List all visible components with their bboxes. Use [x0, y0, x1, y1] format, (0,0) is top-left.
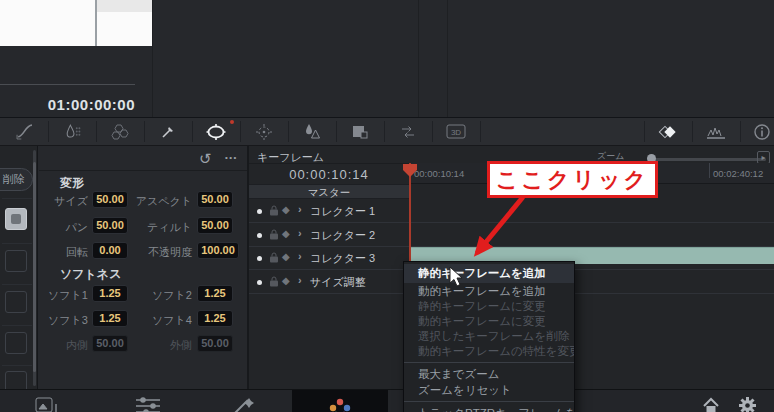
- lock-icon[interactable]: [269, 252, 279, 263]
- panel-divider: [447, 0, 448, 117]
- menu-item-add-track-ptzr-keyframe[interactable]: トラックPTZRキーフレームを追加: [404, 405, 574, 412]
- master-track-bar[interactable]: マスター: [249, 184, 409, 199]
- expand-chevron-icon[interactable]: ›: [298, 250, 302, 262]
- keyframe-diamond-icon[interactable]: ◆: [282, 275, 290, 286]
- field-value[interactable]: 0.00: [92, 242, 128, 259]
- reset-icon[interactable]: ↺: [199, 150, 212, 168]
- keyframe-diamond-icon[interactable]: ◆: [282, 228, 290, 239]
- menu-item-change-to-static: 静的キーフレームに変更: [404, 299, 574, 314]
- media-page-icon[interactable]: [34, 396, 60, 412]
- field-label: サイズ: [40, 194, 88, 209]
- menu-item-maximum-zoom[interactable]: 最大までズーム: [404, 366, 574, 382]
- stereo-3d-icon[interactable]: 3D: [432, 118, 480, 145]
- field-label: パン: [40, 220, 88, 235]
- field-value[interactable]: 1.25: [92, 285, 128, 302]
- sizing-cycle-icon[interactable]: [384, 118, 432, 145]
- track-enable-dot[interactable]: [257, 256, 262, 261]
- key-icon[interactable]: [336, 118, 384, 145]
- info-icon[interactable]: [740, 118, 774, 145]
- keyframes-diamond-icon[interactable]: [644, 118, 692, 145]
- ruler-playhead-timecode: 00:00:10:14: [414, 168, 464, 179]
- window-shape-thumbnail[interactable]: [5, 250, 27, 272]
- ruler-right-timecode: 00:02:40:12: [713, 168, 763, 179]
- blur-hexagons-icon[interactable]: [96, 118, 144, 145]
- keyframe-diamond-icon[interactable]: ◆: [282, 251, 290, 262]
- expand-chevron-icon[interactable]: ›: [298, 227, 302, 239]
- track-row-sizing[interactable]: ◆ › サイズ調整: [249, 271, 409, 294]
- zoom-slider[interactable]: [648, 158, 766, 161]
- playhead-marker[interactable]: [402, 163, 418, 178]
- lock-icon[interactable]: [269, 276, 279, 287]
- menu-item-reset-zoom[interactable]: ズームをリセット: [404, 382, 574, 398]
- softness-section-title: ソフトネス: [60, 266, 121, 283]
- track-row-corrector3[interactable]: ◆ › コレクター 3: [249, 247, 409, 270]
- field-value: 50.00: [197, 335, 233, 352]
- color-page-icon: [326, 396, 354, 412]
- track-enable-dot[interactable]: [257, 209, 262, 214]
- davinci-resolve-color-page: 01:00:00:00: [0, 0, 774, 412]
- expand-chevron-icon[interactable]: ›: [298, 203, 302, 215]
- settings-gear-icon[interactable]: [738, 396, 757, 412]
- ruler-tick: [709, 163, 710, 178]
- tracker-icon[interactable]: [240, 118, 288, 145]
- transform-panel: ↺ ••• 変形 サイズ 50.00 アスペクト 50.00 パン 50.00 …: [39, 146, 247, 389]
- field-value[interactable]: 50.00: [92, 191, 128, 208]
- track-row-corrector1[interactable]: ◆ › コレクター 1: [249, 200, 409, 223]
- field-value[interactable]: 1.25: [197, 285, 233, 302]
- field-value[interactable]: 1.25: [92, 310, 128, 327]
- annotation-arrow: [455, 193, 540, 268]
- page-navigation-bar: [0, 389, 774, 412]
- qualifier-icon[interactable]: [48, 118, 96, 145]
- blur-drops-icon[interactable]: [288, 118, 336, 145]
- lock-icon[interactable]: [269, 205, 279, 216]
- notification-dot: [230, 120, 234, 124]
- field-value[interactable]: 50.00: [197, 191, 233, 208]
- field-label: ソフト2: [134, 288, 192, 303]
- edit-page-icon[interactable]: [134, 396, 162, 412]
- panel-options-icon[interactable]: •••: [225, 153, 238, 162]
- viewer-timecode: 01:00:00:00: [0, 96, 135, 113]
- menu-separator: [404, 362, 574, 363]
- keyframe-diamond-icon[interactable]: ◆: [282, 204, 290, 215]
- power-window-icon[interactable]: [192, 118, 240, 145]
- keyframe-timecode: 00:00:10:14: [249, 167, 409, 182]
- field-label: 外側: [134, 338, 192, 353]
- panel-divider: [418, 0, 419, 117]
- field-value[interactable]: 50.00: [197, 217, 233, 234]
- field-value[interactable]: 100.00: [197, 242, 239, 259]
- keyframe-context-menu: 静的キーフレームを追加 動的キーフレームを追加 静的キーフレームに変更 動的キー…: [403, 261, 575, 412]
- field-label: 内側: [40, 338, 88, 353]
- field-label: アスペクト: [134, 194, 192, 209]
- viewer-slider-line[interactable]: [0, 84, 135, 85]
- picker-pin-icon[interactable]: [144, 118, 192, 145]
- menu-item-add-dynamic-keyframe[interactable]: 動的キーフレームを追加: [404, 283, 574, 299]
- window-shape-thumbnail[interactable]: [5, 208, 27, 230]
- field-value[interactable]: 50.00: [92, 217, 128, 234]
- color-page-active-cell[interactable]: [292, 390, 388, 412]
- fusion-page-icon[interactable]: [230, 396, 256, 412]
- strip-scrollbar[interactable]: [33, 150, 37, 386]
- expand-chevron-icon[interactable]: ›: [298, 274, 302, 286]
- field-label: ソフト1: [40, 288, 88, 303]
- menu-item-delete-selected-keyframes: 選択したキーフレームを削除: [404, 329, 574, 344]
- svg-text:3D: 3D: [451, 128, 461, 137]
- lock-icon[interactable]: [269, 229, 279, 240]
- field-value[interactable]: 1.25: [197, 310, 233, 327]
- field-label: ティルト: [134, 220, 192, 235]
- field-label: ソフト3: [40, 313, 88, 328]
- transform-section-title: 変形: [60, 175, 84, 192]
- window-shape-thumbnail[interactable]: [5, 291, 27, 313]
- track-row-corrector2[interactable]: ◆ › コレクター 2: [249, 224, 409, 247]
- scopes-icon[interactable]: [692, 118, 740, 145]
- window-shape-thumbnail[interactable]: [5, 332, 27, 354]
- viewer-frame-gray: [97, 0, 153, 12]
- menu-item-change-dynamic-attributes: 動的キーフレームの特性を変更...: [404, 344, 574, 359]
- delete-window-button[interactable]: 削除: [0, 168, 33, 191]
- color-tools-toolbar: 3D: [0, 117, 774, 146]
- track-enable-dot[interactable]: [257, 233, 262, 238]
- track-enable-dot[interactable]: [257, 280, 262, 285]
- curves-icon[interactable]: [0, 118, 48, 145]
- menu-separator: [404, 401, 574, 402]
- field-label: 不透明度: [134, 245, 192, 260]
- home-icon[interactable]: [702, 397, 720, 412]
